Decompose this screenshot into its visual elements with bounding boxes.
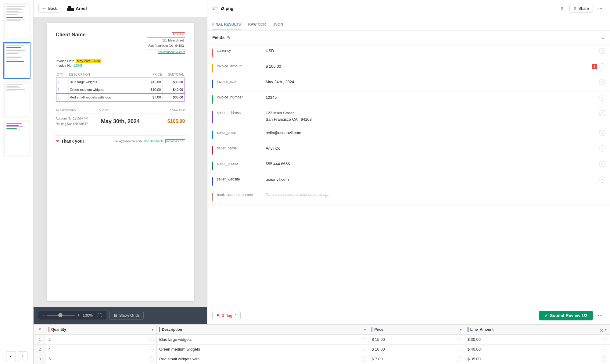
collapse-fields-icon[interactable]: ⌄ xyxy=(601,34,605,41)
routing-no-label: Routing No: xyxy=(56,122,72,126)
anvil-icon xyxy=(67,6,74,11)
tab-json[interactable]: JSON xyxy=(273,22,283,30)
back-label: Back xyxy=(48,6,57,11)
row2-price-check[interactable]: ✓ xyxy=(457,347,462,352)
inv-no-label: Invoice No: xyxy=(56,64,73,67)
flag-count-text: 1 flag xyxy=(222,313,232,318)
share-button[interactable]: ⇧ Share xyxy=(569,4,593,13)
seller-addr-tag: 123 Main StreetSan Francisco CA , 94103 xyxy=(147,37,185,49)
row1-amount-check[interactable]: ✓ xyxy=(602,337,607,342)
line-items-table-panel: ✕ # Quantity ▼ xyxy=(34,324,610,364)
price-dropdown-icon[interactable]: ▼ xyxy=(459,328,462,331)
fields-title: Fields xyxy=(212,35,224,40)
panel-tabs: FINAL RESULTS RAW OCR JSON xyxy=(207,17,610,30)
field-check-invoice-amount[interactable]: ✓ xyxy=(599,63,605,70)
back-button[interactable]: ← Back xyxy=(38,4,61,13)
field-row-seller-website: seller_website useanvil.com ✓ xyxy=(207,173,610,189)
thumb-4[interactable] xyxy=(3,120,30,157)
due-date: May 30th, 2024 xyxy=(101,118,140,124)
zoom-percentage: 100% xyxy=(83,313,94,318)
field-check-seller-name[interactable]: ✓ xyxy=(599,145,605,152)
field-check-invoice-date[interactable]: ✓ xyxy=(599,79,605,85)
prev-page-button[interactable]: ‹ xyxy=(6,351,16,361)
field-row-bank-account: bank_account_numbe Draw a box over this … xyxy=(207,189,610,205)
field-row-invoice-amount: invoice_amount $ 105.00 ! ✓ xyxy=(207,60,610,76)
row2-amount-check[interactable]: ✓ xyxy=(602,347,607,352)
more-options-button[interactable]: ⋯ xyxy=(595,4,605,13)
col-subtotal-header: SUBTOTAL xyxy=(163,73,185,76)
field-check-seller-address[interactable]: ✓ xyxy=(599,110,605,116)
flag-icon: ⚑ xyxy=(216,313,220,318)
zoom-slider[interactable] xyxy=(47,315,75,316)
upload-icon: ⇧ xyxy=(560,6,564,11)
tab-final-results[interactable]: FINAL RESULTS xyxy=(212,22,241,30)
row1-price-check[interactable]: ✓ xyxy=(457,337,462,342)
description-dropdown-icon[interactable]: ▼ xyxy=(364,328,367,331)
col-description-header[interactable]: Description ▼ xyxy=(157,325,369,335)
row3-amount-check[interactable]: ✓ xyxy=(602,356,607,362)
zoom-in-button[interactable]: + xyxy=(77,313,80,318)
more-icon: ⋯ xyxy=(598,6,602,11)
total-due-value: $105.00 xyxy=(167,119,185,124)
flag-count-button[interactable]: ⚑ 1 flag ⌃ xyxy=(212,311,241,320)
tab-raw-ocr[interactable]: RAW OCR xyxy=(248,22,266,30)
col-line-amount-header[interactable]: Line_Amount ▼ xyxy=(465,325,610,335)
thumb-3[interactable] xyxy=(3,81,30,118)
account-no-label: Account No: xyxy=(56,117,72,120)
heart-icon: ❤ xyxy=(56,139,59,144)
field-check-seller-phone[interactable]: ✓ xyxy=(599,161,605,167)
thumb-2[interactable] xyxy=(3,42,30,79)
checkmark-icon: ✓ xyxy=(544,313,548,318)
upload-icon-button[interactable]: ⇧ xyxy=(557,4,567,13)
table-row: 1 2 ✓ Blue large widgets ✓ xyxy=(34,335,610,344)
col-price-header: PRICE xyxy=(142,73,163,76)
row2-desc-check[interactable]: ✓ xyxy=(361,347,366,352)
field-check-currency[interactable]: ✓ xyxy=(599,48,605,54)
row2-qty-check[interactable]: ✓ xyxy=(149,347,154,352)
row1-qty-check[interactable]: ✓ xyxy=(149,337,154,342)
row3-qty-check[interactable]: ✓ xyxy=(149,356,154,362)
payment-info-label: PAYMENT INFO xyxy=(56,109,99,112)
inv-date-label: Invoice Date: xyxy=(56,59,75,63)
row3-price-check[interactable]: ✓ xyxy=(457,356,462,362)
fullscreen-button[interactable]: ⛶ xyxy=(96,313,103,318)
field-row-seller-email: seller_email hello@useanvil.com ✓ xyxy=(207,127,610,142)
field-label-currency: currency xyxy=(217,48,266,53)
field-row-seller-phone: seller_phone 555 444 6666 ✓ xyxy=(207,158,610,173)
thank-you-text: Thank you! xyxy=(61,139,84,144)
share-icon: ⇧ xyxy=(573,6,576,11)
document-viewer: Client Name Anvil Co 123 Main StreetSan … xyxy=(34,17,207,307)
row1-desc-check[interactable]: ✓ xyxy=(361,337,366,342)
thumb-1[interactable] xyxy=(3,3,30,40)
flag-badge-invoice-amount: ! xyxy=(592,64,597,69)
account-no-value: 123567744 xyxy=(73,117,88,120)
edit-fields-icon[interactable]: ✎ xyxy=(227,35,230,40)
svg-rect-0 xyxy=(67,8,74,11)
quantity-dropdown-icon[interactable]: ▼ xyxy=(151,328,154,331)
zoom-out-button[interactable]: − xyxy=(42,313,45,318)
show-grids-button[interactable]: ▦ Show Grids xyxy=(109,311,144,320)
col-quantity-header[interactable]: Quantity ▼ xyxy=(46,325,157,335)
fields-list: currency USD ✓ invoice_amount $ 105.00 ! xyxy=(207,45,610,307)
inv-date-value: May 24th, 2024 xyxy=(76,59,101,63)
field-value-currency: USD xyxy=(266,48,599,54)
footer-phone: 555.444.6666 xyxy=(144,139,163,143)
close-table-button[interactable]: ✕ xyxy=(598,327,605,334)
row3-desc-check[interactable]: ✓ xyxy=(361,356,366,362)
zoom-toolbar: − + 100% ⛶ ▦ Show Grids xyxy=(34,307,207,324)
submit-more-button[interactable]: ⋯ xyxy=(595,311,605,320)
col-price-header[interactable]: Price ▼ xyxy=(369,325,465,335)
field-check-invoice-number[interactable]: ✓ xyxy=(599,95,605,101)
next-page-button[interactable]: › xyxy=(18,351,27,361)
share-label: Share xyxy=(578,6,589,11)
total-due-label: TOTAL DUE xyxy=(142,109,185,112)
routing-no-value: 120000547 xyxy=(73,122,88,126)
field-check-seller-email[interactable]: ✓ xyxy=(599,130,605,136)
submit-review-button[interactable]: ✓ Submit Review 1/2 xyxy=(539,311,593,320)
footer-url: useanvil.com xyxy=(165,139,185,143)
seller-email-tag: hello@useanvil.com xyxy=(158,50,185,54)
field-check-seller-website[interactable]: ✓ xyxy=(599,177,605,183)
invoice-table: 2 Blue large widgets $15.00 $30.00 4 Gre… xyxy=(56,78,185,102)
inv-no-value: 12345 xyxy=(74,64,83,67)
submit-label: Submit Review 1/2 xyxy=(550,313,587,318)
